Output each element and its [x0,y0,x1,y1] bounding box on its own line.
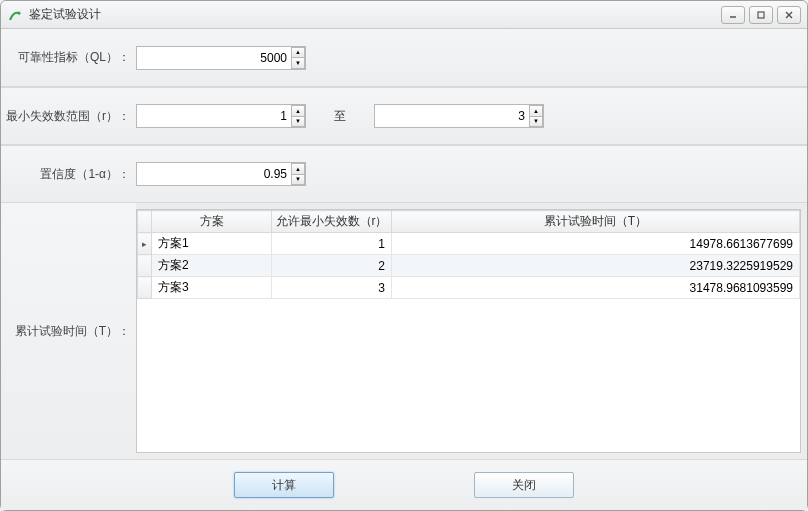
results-table-wrap: 方案 允许最小失效数（r） 累计试验时间（T） ▸方案1114978.66136… [136,209,801,453]
svg-rect-2 [758,12,764,18]
titlebar: 鉴定试验设计 [1,1,807,29]
cell-scheme: 方案1 [152,233,272,255]
row-r-range: 最小失效数范围（r）： ▲ ▼ 至 ▲ ▼ [1,87,807,145]
header-r: 允许最小失效数（r） [272,211,392,233]
r-to-spin-up[interactable]: ▲ [529,105,543,116]
row-ql: 可靠性指标（QL）： ▲ ▼ [1,29,807,87]
r-to-spin-down[interactable]: ▼ [529,116,543,128]
ql-spinner: ▲ ▼ [136,46,306,70]
r-from-input[interactable] [136,104,306,128]
cell-t: 31478.9681093599 [392,277,800,299]
app-icon [7,7,23,23]
row-marker [138,277,152,299]
app-window: 鉴定试验设计 可靠性指标（QL）： ▲ ▼ 最小失效数范围（r）： ▲ [0,0,808,511]
table-row[interactable]: 方案2223719.3225919529 [138,255,800,277]
r-to-spinner: ▲ ▼ [374,104,544,128]
conf-spin-up[interactable]: ▲ [291,163,305,174]
header-t: 累计试验时间（T） [392,211,800,233]
cell-r: 2 [272,255,392,277]
window-controls [721,6,801,24]
results-table: 方案 允许最小失效数（r） 累计试验时间（T） ▸方案1114978.66136… [137,210,800,299]
confidence-input[interactable] [136,162,306,186]
close-window-button[interactable] [777,6,801,24]
cell-r: 3 [272,277,392,299]
compute-button[interactable]: 计算 [234,472,334,498]
close-button[interactable]: 关闭 [474,472,574,498]
cell-t: 23719.3225919529 [392,255,800,277]
r-from-spin-down[interactable]: ▼ [291,116,305,128]
label-confidence: 置信度（1-α）： [1,166,136,183]
header-scheme: 方案 [152,211,272,233]
cell-r: 1 [272,233,392,255]
label-ql: 可靠性指标（QL）： [1,49,136,66]
label-table: 累计试验时间（T）： [1,203,136,459]
ql-spin-up[interactable]: ▲ [291,47,305,58]
ql-input[interactable] [136,46,306,70]
window-title: 鉴定试验设计 [29,6,721,23]
r-to-input[interactable] [374,104,544,128]
button-bar: 计算 关闭 [1,460,807,510]
ql-spin-down[interactable]: ▼ [291,57,305,69]
label-to: 至 [334,108,346,125]
r-from-spinner: ▲ ▼ [136,104,306,128]
row-marker [138,255,152,277]
conf-spin-down[interactable]: ▼ [291,174,305,186]
header-gutter [138,211,152,233]
table-row[interactable]: ▸方案1114978.6613677699 [138,233,800,255]
cell-t: 14978.6613677699 [392,233,800,255]
row-marker: ▸ [138,233,152,255]
label-r: 最小失效数范围（r）： [1,108,136,125]
confidence-spinner: ▲ ▼ [136,162,306,186]
maximize-button[interactable] [749,6,773,24]
row-confidence: 置信度（1-α）： ▲ ▼ [1,145,807,203]
minimize-button[interactable] [721,6,745,24]
cell-scheme: 方案3 [152,277,272,299]
content-area: 可靠性指标（QL）： ▲ ▼ 最小失效数范围（r）： ▲ ▼ 至 [1,29,807,510]
row-table: 累计试验时间（T）： 方案 允许最小失效数（r） 累计试验时间（T） ▸方案11… [1,203,807,460]
r-from-spin-up[interactable]: ▲ [291,105,305,116]
svg-point-0 [18,11,21,14]
cell-scheme: 方案2 [152,255,272,277]
table-row[interactable]: 方案3331478.9681093599 [138,277,800,299]
